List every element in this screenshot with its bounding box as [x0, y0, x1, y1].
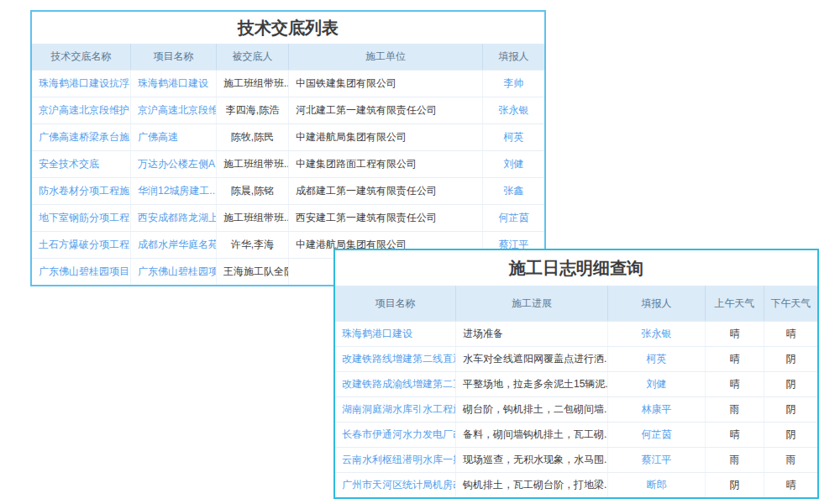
cell-project-name[interactable]: 湖南洞庭湖水库引水工程施工: [335, 397, 456, 422]
tech-disclosure-table: 技术交底列表 技术交底名称 项目名称 被交底人 施工单位 填报人 珠海鹤港口建设…: [30, 10, 546, 286]
cell-morning-weather: 晴: [706, 322, 764, 346]
cell-project-name[interactable]: 珠海鹤港口建设: [131, 71, 217, 97]
cell-project-name[interactable]: 华润12城房建工...: [131, 178, 217, 204]
cell-progress: 现场巡查，无积水现象，水马围...: [456, 448, 608, 472]
cell-reporter[interactable]: 张永银: [483, 97, 544, 123]
cell-afternoon-weather: 阴: [764, 423, 817, 447]
cell-morning-weather: 晴: [706, 372, 764, 396]
cell-disclosure-name[interactable]: 安全技术交底: [32, 151, 131, 177]
table-row: 京沪高速北京段维护 京沪高速北京段维修 李四海,陈浩 河北建工第一建筑有限责任公…: [32, 97, 544, 123]
cell-progress: 钩机排土，瓦工砌台阶，打地梁...: [456, 473, 608, 497]
header-reporter: 填报人: [483, 44, 544, 70]
cell-progress: 水车对全线遮阳网覆盖点进行洒...: [456, 347, 608, 371]
cell-receiver: 施工班组带班...: [217, 205, 289, 231]
cell-disclosure-name[interactable]: 广东佛山碧桂园项目...: [32, 259, 131, 285]
cell-project-name[interactable]: 广佛高速: [131, 124, 217, 150]
table-row: 广州市天河区统计局机房改造项 钩机排土，瓦工砌台阶，打地梁... 断郎 阴 晴: [335, 472, 817, 497]
construction-log-table-title: 施工日志明细查询: [335, 250, 817, 286]
cell-project-name[interactable]: 万达办公楼左侧A...: [131, 151, 217, 177]
header-morning-weather: 上午天气: [706, 286, 764, 321]
cell-receiver: 陈牧,陈民: [217, 124, 289, 150]
cell-progress: 砌台阶，钩机排土，二包砌间墙...: [456, 397, 608, 422]
table-row: 防水卷材分项工程施... 华润12城房建工... 陈晨,陈铭 成都建工第一建筑有…: [32, 177, 544, 204]
cell-receiver: 王海施工队全队: [217, 259, 289, 285]
cell-afternoon-weather: 晴: [764, 322, 817, 346]
cell-receiver: 施工班组带班...: [217, 71, 289, 97]
cell-disclosure-name[interactable]: 土石方爆破分项工程...: [32, 232, 131, 258]
cell-project-name[interactable]: 成都水岸华庭名苑...: [131, 232, 217, 258]
cell-project-name[interactable]: 珠海鹤港口建设: [335, 322, 456, 346]
cell-reporter[interactable]: 柯英: [483, 124, 544, 150]
cell-reporter[interactable]: 柯英: [608, 347, 706, 371]
cell-reporter[interactable]: 刘健: [483, 151, 544, 177]
cell-project-name[interactable]: 改建铁路线增建第二线直通线: [335, 347, 456, 371]
cell-construction-unit: 西安建工第一建筑有限责任公司: [289, 205, 483, 231]
cell-project-name[interactable]: 广东佛山碧桂园项目: [131, 259, 217, 285]
construction-log-table: 施工日志明细查询 项目名称 施工进展 填报人 上午天气 下午天气 珠海鹤港口建设…: [333, 249, 819, 499]
cell-project-name[interactable]: 广州市天河区统计局机房改造项: [335, 473, 456, 497]
cell-project-name[interactable]: 改建铁路成渝线增建第二直通线: [335, 372, 456, 396]
header-afternoon-weather: 下午天气: [764, 286, 817, 321]
cell-receiver: 陈晨,陈铭: [217, 178, 289, 204]
cell-reporter[interactable]: 刘健: [608, 372, 706, 396]
cell-reporter[interactable]: 张永银: [608, 322, 706, 346]
cell-construction-unit: 成都建工第一建筑有限责任公司: [289, 178, 483, 204]
table-row: 改建铁路线增建第二线直通线 水车对全线遮阳网覆盖点进行洒... 柯英 晴 阴: [335, 346, 817, 371]
header-disclosure-name: 技术交底名称: [32, 44, 131, 70]
cell-receiver: 许华,李海: [217, 232, 289, 258]
cell-disclosure-name[interactable]: 广佛高速桥梁承台施...: [32, 124, 131, 150]
cell-morning-weather: 雨: [706, 397, 764, 422]
cell-reporter[interactable]: 蔡江平: [608, 448, 706, 472]
cell-afternoon-weather: 阴: [764, 397, 817, 422]
cell-construction-unit: 中建港航局集团有限公司: [289, 124, 483, 150]
cell-progress: 进场准备: [456, 322, 608, 346]
table-row: 珠海鹤港口建设 进场准备 张永银 晴 晴: [335, 321, 817, 346]
cell-disclosure-name[interactable]: 珠海鹤港口建设抗浮...: [32, 71, 131, 97]
cell-afternoon-weather: 雨: [764, 448, 817, 472]
cell-afternoon-weather: 阴: [764, 347, 817, 371]
cell-disclosure-name[interactable]: 京沪高速北京段维护: [32, 97, 131, 123]
cell-reporter[interactable]: 何芷茵: [608, 423, 706, 447]
table-row: 安全技术交底 万达办公楼左侧A... 施工班组带班... 中建集团路面工程有限公…: [32, 150, 544, 177]
cell-reporter[interactable]: 断郎: [608, 473, 706, 497]
cell-afternoon-weather: 晴: [764, 473, 817, 497]
cell-construction-unit: 中建集团路面工程有限公司: [289, 151, 483, 177]
cell-project-name[interactable]: 长春市伊通河水力发电厂改建工: [335, 423, 456, 447]
header-progress: 施工进展: [456, 286, 608, 321]
cell-disclosure-name[interactable]: 地下室钢筋分项工程...: [32, 205, 131, 231]
cell-morning-weather: 雨: [706, 448, 764, 472]
cell-project-name[interactable]: 京沪高速北京段维修: [131, 97, 217, 123]
table-row: 云南水利枢纽潜明水库一期工程 现场巡查，无积水现象，水马围... 蔡江平 雨 雨: [335, 447, 817, 472]
cell-morning-weather: 晴: [706, 423, 764, 447]
cell-progress: 平整场地，拉走多余泥土15辆泥...: [456, 372, 608, 396]
cell-progress: 备料，砌间墙钩机排土，瓦工砌...: [456, 423, 608, 447]
table-row: 珠海鹤港口建设抗浮... 珠海鹤港口建设 施工班组带班... 中国铁建集团有限公…: [32, 70, 544, 97]
cell-construction-unit: 中国铁建集团有限公司: [289, 71, 483, 97]
header-project-name: 项目名称: [131, 44, 217, 70]
cell-reporter[interactable]: 何芷茵: [483, 205, 544, 231]
header-receiver: 被交底人: [217, 44, 289, 70]
table-row: 长春市伊通河水力发电厂改建工 备料，砌间墙钩机排土，瓦工砌... 何芷茵 晴 阴: [335, 422, 817, 447]
header-project-name: 项目名称: [335, 286, 456, 321]
cell-reporter[interactable]: 李帅: [483, 71, 544, 97]
tech-disclosure-table-title: 技术交底列表: [32, 12, 544, 44]
cell-afternoon-weather: 阴: [764, 372, 817, 396]
cell-project-name[interactable]: 西安成都路龙湖上...: [131, 205, 217, 231]
construction-log-header-row: 项目名称 施工进展 填报人 上午天气 下午天气: [335, 286, 817, 321]
table-row: 地下室钢筋分项工程... 西安成都路龙湖上... 施工班组带班... 西安建工第…: [32, 204, 544, 231]
cell-reporter[interactable]: 林康平: [608, 397, 706, 422]
table-row: 改建铁路成渝线增建第二直通线 平整场地，拉走多余泥土15辆泥... 刘健 晴 阴: [335, 371, 817, 396]
cell-disclosure-name[interactable]: 防水卷材分项工程施...: [32, 178, 131, 204]
header-reporter: 填报人: [608, 286, 706, 321]
cell-project-name[interactable]: 云南水利枢纽潜明水库一期工程: [335, 448, 456, 472]
cell-reporter[interactable]: 张鑫: [483, 178, 544, 204]
cell-receiver: 施工班组带班...: [217, 151, 289, 177]
page: { "colors": { "table1_border": "#5ec1ed"…: [0, 0, 840, 504]
table-row: 湖南洞庭湖水库引水工程施工 砌台阶，钩机排土，二包砌间墙... 林康平 雨 阴: [335, 396, 817, 422]
cell-morning-weather: 晴: [706, 347, 764, 371]
tech-disclosure-header-row: 技术交底名称 项目名称 被交底人 施工单位 填报人: [32, 44, 544, 70]
cell-construction-unit: 河北建工第一建筑有限责任公司: [289, 97, 483, 123]
table-row: 广佛高速桥梁承台施... 广佛高速 陈牧,陈民 中建港航局集团有限公司 柯英: [32, 123, 544, 150]
header-construction-unit: 施工单位: [289, 44, 483, 70]
cell-receiver: 李四海,陈浩: [217, 97, 289, 123]
